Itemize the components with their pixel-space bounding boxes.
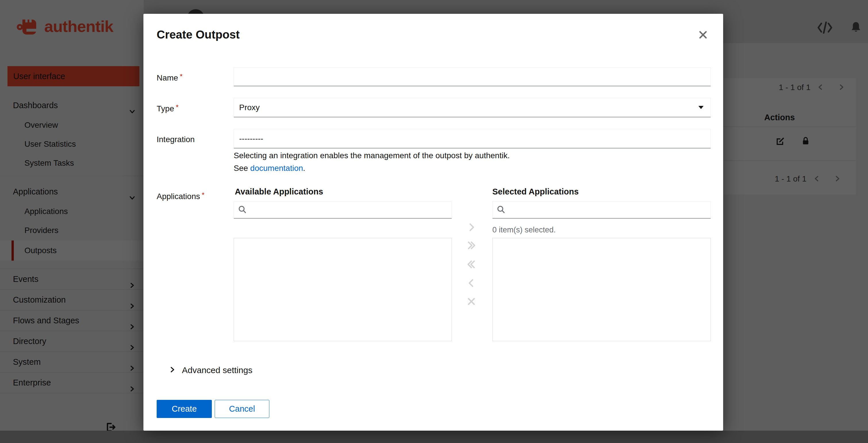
required-asterisk: * xyxy=(178,72,183,80)
remove-selected-icon[interactable] xyxy=(466,278,476,288)
type-select-value: Proxy xyxy=(239,103,260,112)
available-applications-listbox[interactable] xyxy=(234,238,452,341)
integration-doc-line: See documentation. xyxy=(234,164,305,173)
integration-label: Integration xyxy=(157,135,194,144)
selected-search-input[interactable] xyxy=(508,205,707,215)
name-input[interactable] xyxy=(234,67,711,86)
type-select[interactable]: Proxy xyxy=(234,98,711,117)
selected-search-box xyxy=(492,201,711,218)
select-caret-icon xyxy=(699,106,704,109)
applications-label: Applications* xyxy=(157,191,204,201)
name-label: Name* xyxy=(157,72,183,83)
cancel-button[interactable]: Cancel xyxy=(215,400,269,418)
available-applications-title: Available Applications xyxy=(235,187,323,197)
add-selected-icon[interactable] xyxy=(466,223,476,232)
search-icon xyxy=(238,205,247,215)
available-search-box xyxy=(234,201,452,218)
app-root: authentik User interface Dashboards Over… xyxy=(0,0,868,443)
modal-title: Create Outpost xyxy=(157,28,240,41)
integration-help-text: Selecting an integration enables the man… xyxy=(234,151,509,160)
close-icon[interactable] xyxy=(698,30,710,41)
documentation-link[interactable]: documentation xyxy=(250,164,303,173)
clear-selection-icon[interactable] xyxy=(466,297,476,306)
search-icon xyxy=(497,205,505,215)
available-search-input[interactable] xyxy=(249,205,447,215)
remove-all-icon[interactable] xyxy=(466,260,476,269)
create-outpost-modal: Create Outpost Name* Type* Proxy Integra… xyxy=(144,14,723,431)
selected-count-label: 0 item(s) selected. xyxy=(492,226,556,234)
type-label: Type* xyxy=(157,103,179,113)
required-asterisk: * xyxy=(174,103,179,111)
selected-applications-listbox[interactable] xyxy=(492,238,711,341)
advanced-settings-chevron-icon[interactable] xyxy=(169,366,176,374)
add-all-icon[interactable] xyxy=(466,240,476,250)
required-asterisk: * xyxy=(200,191,204,199)
integration-select-value: --------- xyxy=(239,134,263,143)
create-button[interactable]: Create xyxy=(157,400,212,418)
selected-applications-title: Selected Applications xyxy=(492,187,579,197)
advanced-settings-toggle[interactable]: Advanced settings xyxy=(182,365,252,375)
integration-select[interactable]: --------- xyxy=(234,129,711,148)
